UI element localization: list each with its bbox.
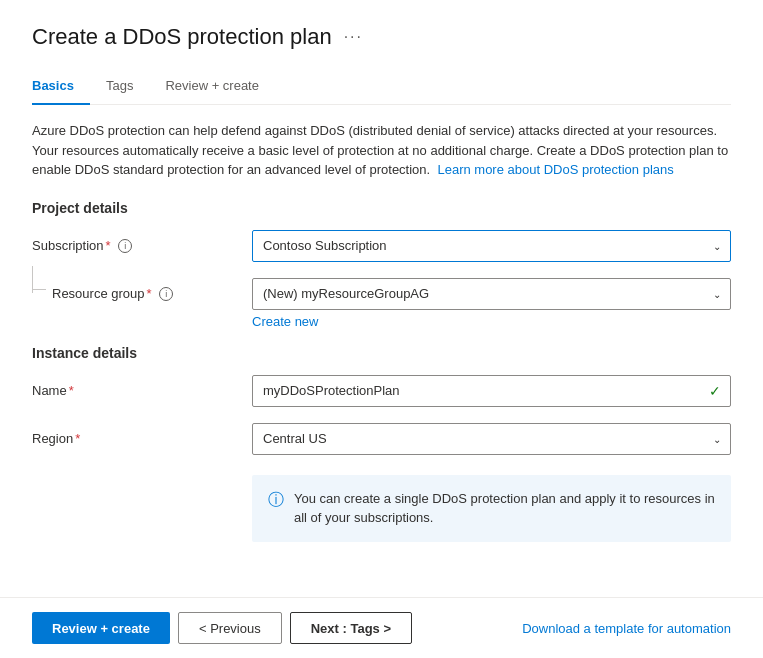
previous-button[interactable]: < Previous <box>178 612 282 644</box>
resource-group-required: * <box>147 286 152 301</box>
bottom-bar: Review + create < Previous Next : Tags >… <box>0 597 763 658</box>
description-text: Azure DDoS protection can help defend ag… <box>32 121 731 180</box>
resource-group-control: (New) myResourceGroupAG ⌄ Create new <box>252 278 731 329</box>
review-create-button[interactable]: Review + create <box>32 612 170 644</box>
resource-group-dropdown[interactable]: (New) myResourceGroupAG <box>252 278 731 310</box>
subscription-group: Subscription* i Contoso Subscription ⌄ <box>32 230 731 262</box>
name-valid-icon: ✓ <box>709 383 721 399</box>
tab-review-create[interactable]: Review + create <box>165 70 275 105</box>
name-label: Name* <box>32 375 252 398</box>
resource-group-group: Resource group* i (New) myResourceGroupA… <box>32 278 731 329</box>
page-title: Create a DDoS protection plan <box>32 24 332 50</box>
tab-basics[interactable]: Basics <box>32 70 90 105</box>
tab-tags[interactable]: Tags <box>106 70 149 105</box>
region-dropdown[interactable]: Central US <box>252 423 731 455</box>
template-link[interactable]: Download a template for automation <box>522 621 731 636</box>
resource-group-label: Resource group* i <box>32 278 252 302</box>
subscription-dropdown-wrapper: Contoso Subscription ⌄ <box>252 230 731 262</box>
name-control: ✓ <box>252 375 731 407</box>
info-box-text: You can create a single DDoS protection … <box>294 489 715 528</box>
info-box: ⓘ You can create a single DDoS protectio… <box>252 475 731 542</box>
resource-group-dropdown-wrapper: (New) myResourceGroupAG ⌄ <box>252 278 731 310</box>
region-group: Region* Central US ⌄ <box>32 423 731 455</box>
subscription-control: Contoso Subscription ⌄ <box>252 230 731 262</box>
subscription-required: * <box>106 238 111 253</box>
region-dropdown-wrapper: Central US ⌄ <box>252 423 731 455</box>
name-required: * <box>69 383 74 398</box>
instance-details-title: Instance details <box>32 345 731 361</box>
name-input[interactable] <box>252 375 731 407</box>
ellipsis-menu-button[interactable]: ··· <box>344 28 363 46</box>
resource-group-info-icon[interactable]: i <box>159 287 173 301</box>
region-control: Central US ⌄ <box>252 423 731 455</box>
info-box-icon: ⓘ <box>268 490 284 511</box>
subscription-dropdown[interactable]: Contoso Subscription <box>252 230 731 262</box>
next-tags-button[interactable]: Next : Tags > <box>290 612 412 644</box>
region-label: Region* <box>32 423 252 446</box>
subscription-label: Subscription* i <box>32 230 252 254</box>
name-group: Name* ✓ <box>32 375 731 407</box>
tabs-row: Basics Tags Review + create <box>32 70 731 105</box>
project-details-title: Project details <box>32 200 731 216</box>
name-input-wrapper: ✓ <box>252 375 731 407</box>
learn-more-link[interactable]: Learn more about DDoS protection plans <box>437 162 673 177</box>
subscription-info-icon[interactable]: i <box>118 239 132 253</box>
create-new-resource-group-link[interactable]: Create new <box>252 314 318 329</box>
region-required: * <box>75 431 80 446</box>
